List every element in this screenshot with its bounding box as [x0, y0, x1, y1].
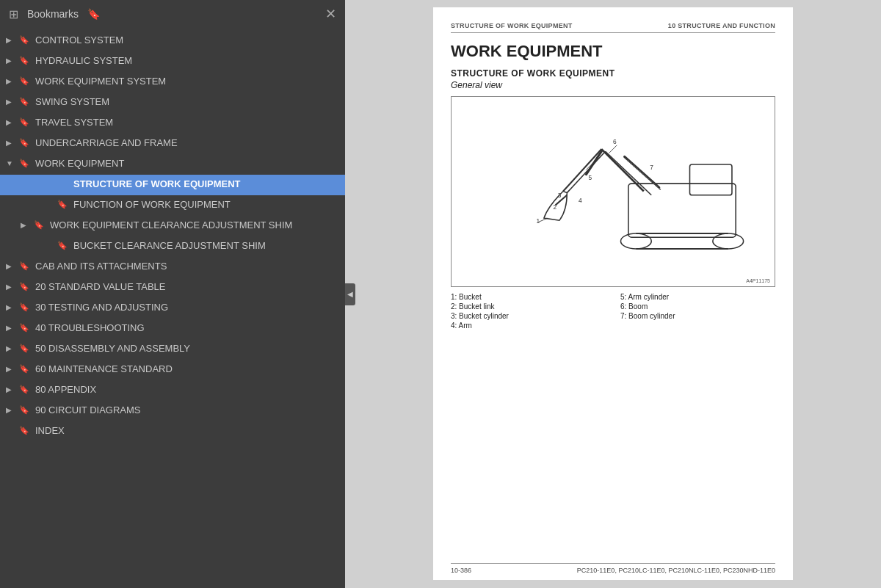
diagram-box: 1 2 3 4 5 6 7 A4P11175: [451, 96, 775, 287]
document-page: STRUCTURE OF WORK EQUIPMENT 10 STRUCTURE…: [433, 7, 793, 580]
arrow-icon: ▶: [6, 261, 18, 270]
bookmark-item-work-equipment-system[interactable]: ▶🔖WORK EQUIPMENT SYSTEM: [0, 72, 345, 92]
grid-icon[interactable]: ⊞: [9, 7, 18, 21]
svg-point-2: [713, 233, 744, 249]
bookmark-icon: 🔖: [57, 199, 69, 209]
bookmark-item-work-equip-clearance[interactable]: ▶🔖WORK EQUIPMENT CLEARANCE ADJUSTMENT SH…: [0, 216, 345, 236]
doc-general-view-label: General view: [451, 80, 775, 90]
bookmark-item-travel-system[interactable]: ▶🔖TRAVEL SYSTEM: [0, 113, 345, 134]
bookmark-item-maintenance[interactable]: ▶🔖60 MAINTENANCE STANDARD: [0, 360, 345, 380]
doc-footer: 10-386 PC210-11E0, PC210LC-11E0, PC210NL…: [451, 563, 775, 574]
footer-page-num: 10-386: [451, 567, 471, 574]
bookmark-icon: 🔖: [19, 55, 31, 65]
bookmark-label: BUCKET CLEARANCE ADJUSTMENT SHIM: [73, 240, 339, 253]
bookmarks-list: ▶🔖CONTROL SYSTEM▶🔖HYDRAULIC SYSTEM▶🔖WORK…: [0, 28, 345, 588]
bookmark-item-circuit-diagrams[interactable]: ▶🔖90 CIRCUIT DIAGRAMS: [0, 401, 345, 421]
page-content: STRUCTURE OF WORK EQUIPMENT 10 STRUCTURE…: [345, 0, 881, 588]
bookmark-icon: 🔖: [19, 137, 31, 148]
svg-rect-5: [690, 164, 732, 195]
bookmark-item-swing-system[interactable]: ▶🔖SWING SYSTEM: [0, 92, 345, 113]
legend-item: [620, 322, 775, 330]
arrow-icon: ▶: [6, 137, 18, 147]
bookmark-item-structure-of-work-equipment[interactable]: STRUCTURE OF WORK EQUIPMENT: [0, 175, 345, 195]
bookmark-icon: 🔖: [19, 76, 31, 86]
svg-line-6: [601, 150, 643, 192]
arrow-icon: ▶: [6, 55, 18, 65]
bookmark-item-control-system[interactable]: ▶🔖CONTROL SYSTEM: [0, 31, 345, 51]
bookmark-item-index[interactable]: 🔖INDEX: [0, 421, 345, 442]
close-button[interactable]: ✕: [325, 6, 336, 22]
bookmark-item-appendix[interactable]: ▶🔖80 APPENDIX: [0, 380, 345, 401]
bookmark-item-work-equipment[interactable]: ▼🔖WORK EQUIPMENT: [0, 154, 345, 175]
bookmark-label: HYDRAULIC SYSTEM: [35, 55, 339, 68]
panel-header-left: ⊞ Bookmarks 🔖: [9, 7, 100, 21]
document-view: STRUCTURE OF WORK EQUIPMENT 10 STRUCTURE…: [345, 0, 881, 588]
bookmark-icon: 🔖: [19, 158, 31, 168]
bookmark-item-testing-adjusting[interactable]: ▶🔖30 TESTING AND ADJUSTING: [0, 298, 345, 319]
bookmark-icon: 🔖: [19, 281, 31, 291]
legend-item: 1: Bucket: [451, 293, 606, 301]
bookmark-label: TRAVEL SYSTEM: [35, 117, 339, 129]
bookmark-icon: 🔖: [19, 117, 31, 127]
arrow-icon: [44, 240, 56, 242]
doc-header-left: STRUCTURE OF WORK EQUIPMENT: [451, 22, 573, 29]
svg-text:6: 6: [613, 138, 617, 145]
bookmark-item-hydraulic-system[interactable]: ▶🔖HYDRAULIC SYSTEM: [0, 51, 345, 72]
bookmark-label: SWING SYSTEM: [35, 96, 339, 109]
svg-rect-0: [628, 184, 736, 238]
legend-item: 5: Arm cylinder: [620, 293, 775, 301]
arrow-icon: ▶: [6, 343, 18, 352]
panel-header: ⊞ Bookmarks 🔖 ✕: [0, 0, 345, 28]
panel-title: Bookmarks: [27, 8, 79, 20]
arrow-icon: ▶: [6, 384, 18, 393]
svg-text:5: 5: [589, 174, 592, 181]
doc-title: WORK EQUIPMENT: [451, 42, 775, 61]
bookmark-label: 50 DISASSEMBLY AND ASSEMBLY: [35, 343, 339, 355]
bookmark-label: 20 STANDARD VALUE TABLE: [35, 281, 339, 294]
arrow-icon: ▶: [6, 281, 18, 291]
bookmark-icon: 🔖: [19, 302, 31, 312]
svg-text:4: 4: [579, 197, 582, 205]
bookmark-label: 60 MAINTENANCE STANDARD: [35, 363, 339, 376]
svg-text:2: 2: [553, 203, 556, 211]
svg-text:3: 3: [558, 192, 562, 199]
legend-item: 7: Boom cylinder: [620, 312, 775, 320]
bookmarks-panel: ⊞ Bookmarks 🔖 ✕ ▶🔖CONTROL SYSTEM▶🔖HYDRAU…: [0, 0, 345, 588]
doc-header-bar: STRUCTURE OF WORK EQUIPMENT 10 STRUCTURE…: [451, 22, 775, 33]
bookmark-label: CONTROL SYSTEM: [35, 35, 339, 47]
bookmark-icon: 🔖: [34, 219, 46, 230]
bookmark-icon: 🔖: [19, 363, 31, 374]
svg-point-1: [620, 233, 651, 249]
arrow-icon: ▶: [6, 322, 18, 332]
bookmark-item-disassembly[interactable]: ▶🔖50 DISASSEMBLY AND ASSEMBLY: [0, 339, 345, 360]
collapse-panel-button[interactable]: ◀: [345, 283, 355, 305]
bookmark-item-function-of-work-equipment[interactable]: 🔖FUNCTION OF WORK EQUIPMENT: [0, 195, 345, 216]
bookmark-item-troubleshooting[interactable]: ▶🔖40 TROUBLESHOOTING: [0, 319, 345, 339]
footer-model-info: PC210-11E0, PC210LC-11E0, PC210NLC-11E0,…: [577, 567, 775, 574]
arrow-icon: ▶: [6, 404, 18, 414]
bookmark-icon: 🔖: [19, 404, 31, 415]
svg-line-8: [563, 150, 601, 192]
bookmark-item-standard-value[interactable]: ▶🔖20 STANDARD VALUE TABLE: [0, 277, 345, 298]
svg-line-21: [539, 219, 548, 222]
bookmark-icon: 🔖: [19, 322, 31, 333]
bookmark-item-undercarriage[interactable]: ▶🔖UNDERCARRIAGE AND FRAME: [0, 134, 345, 154]
svg-text:7: 7: [650, 164, 653, 172]
arrow-icon: ▶: [21, 219, 32, 229]
bookmark-label: WORK EQUIPMENT: [35, 158, 339, 170]
bookmark-icon: 🔖: [19, 384, 31, 394]
bookmark-label: UNDERCARRIAGE AND FRAME: [35, 137, 339, 150]
arrow-icon: ▶: [6, 363, 18, 373]
svg-line-9: [567, 152, 605, 193]
bookmark-item-cab-attachments[interactable]: ▶🔖CAB AND ITS ATTACHMENTS: [0, 257, 345, 277]
bookmark-label: CAB AND ITS ATTACHMENTS: [35, 261, 339, 273]
bookmark-label: INDEX: [35, 425, 339, 438]
bookmark-icon: 🔖: [19, 35, 31, 45]
arrow-icon: ▶: [6, 117, 18, 126]
bookmark-item-bucket-clearance[interactable]: 🔖BUCKET CLEARANCE ADJUSTMENT SHIM: [0, 236, 345, 257]
bookmark-nav-icon[interactable]: 🔖: [87, 8, 100, 20]
bookmark-label: WORK EQUIPMENT SYSTEM: [35, 76, 339, 88]
legend-item: 4: Arm: [451, 322, 606, 330]
doc-header-right: 10 STRUCTURE AND FUNCTION: [668, 22, 775, 29]
bookmark-icon: 🔖: [19, 261, 31, 271]
